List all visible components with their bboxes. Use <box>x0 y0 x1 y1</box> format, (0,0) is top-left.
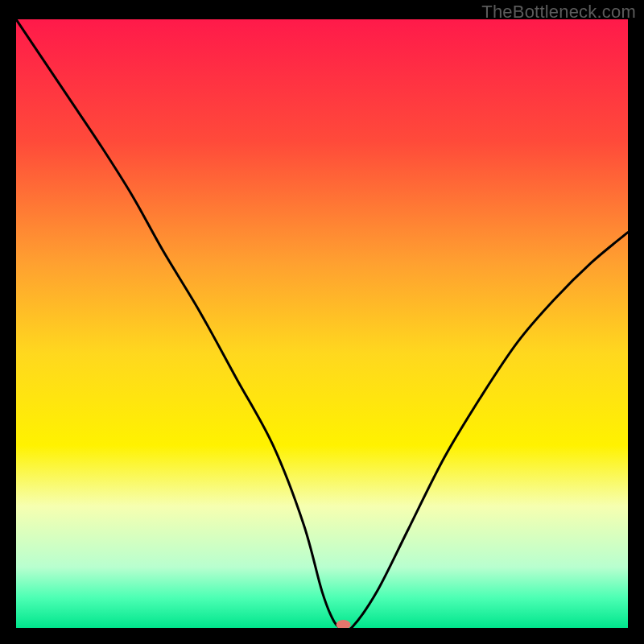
chart-frame: TheBottleneck.com <box>0 0 644 644</box>
chart-plot-area <box>16 19 628 628</box>
watermark-text: TheBottleneck.com <box>481 2 636 23</box>
chart-svg <box>16 19 628 628</box>
gradient-background <box>16 19 628 628</box>
